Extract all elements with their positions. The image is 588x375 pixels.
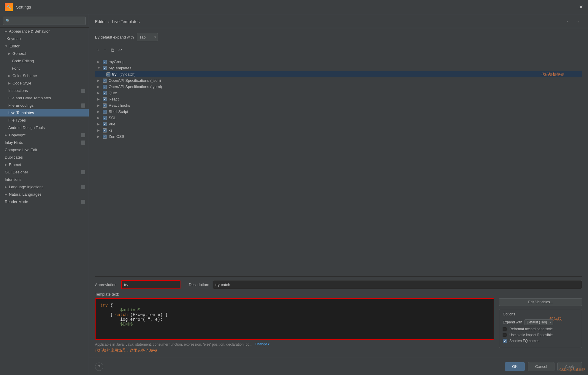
sidebar-item-compose-live-edit[interactable]: Compose Live Edit bbox=[0, 146, 89, 154]
keyword-catch: catch bbox=[115, 312, 128, 317]
badge-icon bbox=[81, 89, 85, 93]
sidebar-item-file-types[interactable]: File Types bbox=[0, 117, 89, 124]
tree-item-zen-css[interactable]: ▶ ✓ Zen CSS bbox=[95, 133, 582, 140]
tree-item-react-hooks[interactable]: ▶ ✓ React hooks bbox=[95, 102, 582, 108]
tree-checkbox[interactable]: ✓ bbox=[106, 72, 110, 76]
nav-forward-button[interactable]: → bbox=[574, 18, 582, 25]
sidebar-item-gui-designer[interactable]: GUI Designer bbox=[0, 168, 89, 176]
reformat-checkbox[interactable] bbox=[503, 327, 507, 331]
tree-checkbox[interactable]: ✓ bbox=[103, 116, 107, 120]
sidebar-item-appearance[interactable]: ▶ Appearance & Behavior bbox=[0, 28, 89, 35]
help-button[interactable]: ? bbox=[95, 363, 103, 371]
sidebar-item-inspections[interactable]: Inspections bbox=[0, 87, 89, 94]
breadcrumb-separator: › bbox=[108, 19, 110, 24]
sidebar-item-code-editing[interactable]: Code Editing bbox=[0, 57, 89, 65]
sidebar-item-copyright[interactable]: ▶ Copyright bbox=[0, 131, 89, 139]
tree-item-openapi-yaml[interactable]: ▶ ✓ OpenAPI Specifications (.yaml) bbox=[95, 84, 582, 90]
live-templates-content: By default expand with Tab Enter Space +… bbox=[89, 28, 588, 358]
expand-with-option-dropdown[interactable]: Default (Tab) Tab Enter bbox=[524, 319, 553, 325]
sidebar-item-editor[interactable]: ▼ Editor bbox=[0, 42, 89, 50]
tree-item-mytemplates[interactable]: ▼ ✓ MyTemplates bbox=[95, 65, 582, 71]
sidebar-item-reader-mode[interactable]: Reader Mode bbox=[0, 198, 89, 205]
tree-item-mygroup[interactable]: ▶ ✓ myGroup bbox=[95, 59, 582, 65]
tree-checkbox[interactable]: ✓ bbox=[103, 103, 107, 108]
sidebar-item-natural-languages[interactable]: ▶ Natural Languages bbox=[0, 191, 89, 198]
expand-with-option-row: Expand with Default (Tab) Tab Enter bbox=[503, 319, 578, 325]
tree-item-sql[interactable]: ▶ ✓ SQL bbox=[95, 115, 582, 121]
tree-item-react[interactable]: ▶ ✓ React bbox=[95, 96, 582, 102]
sidebar-item-file-encodings[interactable]: File Encodings bbox=[0, 102, 89, 109]
app-icon: 🔧 bbox=[5, 3, 13, 11]
sidebar-item-font[interactable]: Font bbox=[0, 65, 89, 72]
sidebar-item-intentions[interactable]: Intentions bbox=[0, 176, 89, 183]
static-import-checkbox[interactable] bbox=[503, 333, 507, 337]
chevron-icon: ▼ bbox=[97, 66, 101, 70]
settings-window: 🔧 Settings ✕ ▶ Appearance & Behavior Key… bbox=[0, 0, 588, 375]
sidebar-item-label: File Types bbox=[8, 118, 26, 122]
sidebar-item-file-code-templates[interactable]: File and Code Templates bbox=[0, 94, 89, 102]
remove-template-button[interactable]: − bbox=[102, 46, 108, 54]
sidebar-item-android-design-tools[interactable]: Android Design Tools bbox=[0, 124, 89, 131]
tree-checkbox[interactable]: ✓ bbox=[103, 66, 107, 70]
sidebar-item-general[interactable]: ▶ General bbox=[0, 50, 89, 57]
tree-item-qute[interactable]: ▶ ✓ Qute bbox=[95, 90, 582, 96]
ok-button[interactable]: OK bbox=[505, 362, 525, 371]
sidebar-item-inlay-hints[interactable]: Inlay Hints bbox=[0, 139, 89, 146]
tree-item-openapi-json[interactable]: ▶ ✓ OpenAPI Specifications (.json) bbox=[95, 77, 582, 84]
tree-checkbox[interactable]: ✓ bbox=[103, 85, 107, 89]
tree-checkbox[interactable]: ✓ bbox=[103, 135, 107, 139]
static-import-label: Use static import if possible bbox=[509, 333, 553, 337]
shorten-eq-row: Shorten FQ names bbox=[503, 339, 578, 343]
template-code-area[interactable]: try { $action$ } catch (Exception e) { bbox=[95, 298, 494, 340]
tree-item-label: Zen CSS bbox=[109, 134, 124, 139]
tree-checkbox[interactable]: ✓ bbox=[103, 128, 107, 133]
change-chevron-icon: ▾ bbox=[268, 342, 270, 346]
revert-template-button[interactable]: ↩ bbox=[116, 46, 124, 54]
sidebar-item-emmet[interactable]: ▶ Emmet bbox=[0, 161, 89, 168]
tree-checkbox[interactable]: ✓ bbox=[103, 110, 107, 114]
tree-item-try-catch[interactable]: ✓ try (try-catch) 代码块快捷键 bbox=[95, 71, 582, 77]
tree-checkbox[interactable]: ✓ bbox=[103, 91, 107, 95]
nav-back-button[interactable]: ← bbox=[564, 18, 573, 25]
sidebar-item-live-templates[interactable]: Live Templates bbox=[0, 109, 89, 117]
sidebar-item-duplicates[interactable]: Duplicates bbox=[0, 154, 89, 161]
description-input[interactable] bbox=[213, 280, 582, 289]
sidebar-item-color-scheme[interactable]: ▶ Color Scheme bbox=[0, 72, 89, 79]
sidebar-item-label: Code Style bbox=[12, 81, 31, 85]
tree-checkbox[interactable]: ✓ bbox=[103, 97, 107, 101]
tree-item-label: myGroup bbox=[109, 60, 124, 64]
tree-item-shell-script[interactable]: ▶ ✓ Shell Script bbox=[95, 108, 582, 115]
tree-item-label: xsl bbox=[109, 128, 113, 133]
edit-variables-button[interactable]: Edit Variables... bbox=[499, 298, 582, 306]
tree-item-xsl[interactable]: ▶ ✓ xsl bbox=[95, 127, 582, 133]
code-end-var: $END$ bbox=[120, 322, 133, 327]
tree-item-label: React hooks bbox=[109, 103, 130, 108]
sidebar-item-label: Live Templates bbox=[8, 111, 34, 115]
shorten-eq-checkbox[interactable] bbox=[503, 339, 507, 343]
applicable-annotation: 代码块的应用场景，这里选择了Java bbox=[95, 348, 494, 353]
sidebar-item-code-style[interactable]: ▶ Code Style bbox=[0, 79, 89, 87]
reformat-row: Reformat according to style bbox=[503, 327, 578, 331]
sidebar-item-language-injections[interactable]: ▶ Language Injections bbox=[0, 183, 89, 191]
tree-item-label: MyTemplates bbox=[109, 66, 131, 70]
chevron-icon: ▶ bbox=[97, 60, 101, 63]
tree-item-label: Qute bbox=[109, 91, 117, 95]
tree-checkbox[interactable]: ✓ bbox=[103, 60, 107, 64]
cancel-button[interactable]: Cancel bbox=[528, 362, 554, 371]
copy-template-button[interactable]: ⧉ bbox=[109, 46, 116, 54]
chevron-icon: ▶ bbox=[97, 98, 101, 101]
sidebar-item-keymap[interactable]: Keymap bbox=[0, 35, 89, 42]
tree-item-vue[interactable]: ▶ ✓ Vue bbox=[95, 121, 582, 127]
tree-checkbox[interactable]: ✓ bbox=[103, 122, 107, 126]
sidebar-item-label: Keymap bbox=[7, 36, 21, 41]
tree-checkbox[interactable]: ✓ bbox=[103, 79, 107, 83]
chevron-icon: ▶ bbox=[5, 30, 7, 33]
add-template-button[interactable]: + bbox=[95, 46, 101, 54]
expand-dropdown[interactable]: Tab Enter Space bbox=[137, 33, 158, 41]
search-input[interactable] bbox=[3, 17, 86, 25]
sidebar-item-label: General bbox=[12, 51, 26, 56]
change-link[interactable]: Change ▾ bbox=[255, 342, 270, 346]
close-button[interactable]: ✕ bbox=[579, 4, 583, 10]
expand-with-option-dropdown-wrap: Default (Tab) Tab Enter bbox=[524, 319, 553, 325]
abbreviation-input[interactable] bbox=[121, 280, 180, 289]
